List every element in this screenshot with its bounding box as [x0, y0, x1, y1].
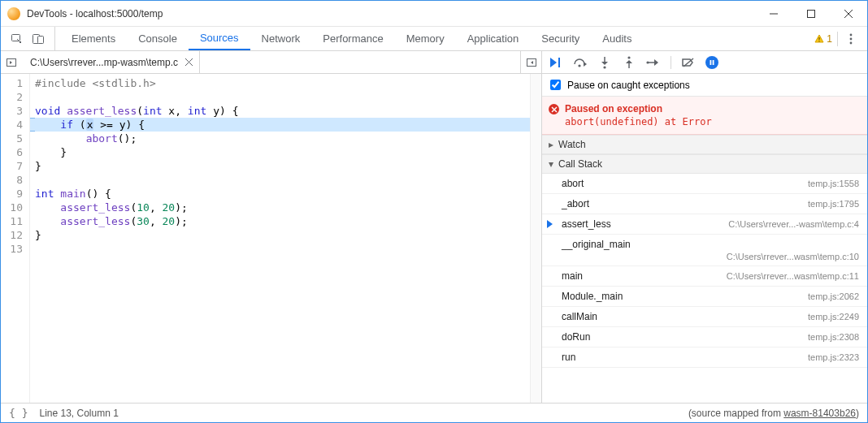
callstack-frame[interactable]: aborttemp.js:1558 [542, 174, 867, 194]
svg-rect-1 [808, 10, 815, 17]
source-map-info: (source mapped from wasm-81403b26) [688, 408, 859, 419]
tab-network[interactable]: Network [250, 27, 312, 50]
toggle-debugger-icon[interactable] [520, 51, 541, 73]
svg-rect-8 [819, 41, 820, 41]
svg-marker-17 [531, 61, 533, 64]
step-button[interactable] [646, 55, 661, 70]
svg-point-10 [850, 37, 853, 40]
frame-function: run [562, 352, 575, 363]
pause-on-exceptions-button[interactable] [705, 56, 718, 69]
tab-sources[interactable]: Sources [189, 27, 250, 50]
close-file-tab-icon[interactable] [183, 57, 194, 68]
frame-location: C:\Users\rrever...-wasm\temp.c:4 [728, 219, 859, 229]
device-toolbar-icon[interactable] [28, 29, 48, 49]
svg-point-30 [646, 61, 649, 63]
svg-rect-7 [819, 37, 820, 40]
callstack-frame[interactable]: runtemp.js:2323 [542, 347, 867, 368]
frame-location: temp.js:2249 [808, 312, 859, 322]
file-tabs-area: C:\Users\rrever...mp-wasm\temp.c [1, 51, 542, 73]
svg-marker-18 [550, 58, 557, 67]
watch-label: Watch [558, 139, 586, 150]
callstack-frame[interactable]: _aborttemp.js:1795 [542, 194, 867, 214]
svg-point-9 [850, 33, 853, 36]
callstack-section-header[interactable]: ▾ Call Stack [542, 154, 867, 174]
pretty-print-icon[interactable]: { } [9, 407, 28, 419]
file-tab-label: C:\Users\rrever...mp-wasm\temp.c [30, 57, 178, 68]
code-editor[interactable]: 12345678910111213 #include <stdlib.h> vo… [1, 74, 541, 403]
more-menu-icon[interactable] [843, 29, 859, 49]
tab-application[interactable]: Application [456, 27, 531, 50]
pause-on-caught-checkbox[interactable] [550, 80, 561, 90]
resume-button[interactable] [549, 55, 563, 70]
tab-console[interactable]: Console [127, 27, 189, 50]
callstack-frame[interactable]: __original_mainC:\Users\rrever...wasm\te… [542, 235, 867, 266]
frame-function: callMain [562, 311, 597, 322]
svg-rect-19 [558, 58, 560, 67]
deactivate-breakpoints-button[interactable] [681, 55, 696, 70]
inspect-element-icon[interactable] [7, 29, 27, 49]
close-button[interactable] [830, 1, 867, 27]
line-gutter: 12345678910111213 [1, 74, 30, 403]
callstack-label: Call Stack [558, 158, 602, 170]
svg-rect-6 [38, 36, 44, 43]
chevron-right-icon: ▸ [547, 139, 555, 150]
tab-security[interactable]: Security [530, 27, 591, 50]
frame-function: abort [562, 178, 584, 189]
callstack-frame[interactable]: callMaintemp.js:2249 [542, 307, 867, 327]
tab-audits[interactable]: Audits [591, 27, 643, 50]
source-pane: 12345678910111213 #include <stdlib.h> vo… [1, 74, 542, 403]
frame-location: C:\Users\rrever...wasm\temp.c:11 [727, 271, 859, 281]
error-icon [549, 104, 559, 114]
cursor-position: Line 13, Column 1 [39, 408, 118, 419]
frame-location: C:\Users\rrever...wasm\temp.c:10 [727, 252, 859, 261]
divider [837, 32, 838, 46]
pause-on-caught-label: Pause on caught exceptions [567, 80, 690, 91]
svg-rect-32 [710, 60, 712, 65]
frame-function: doRun [562, 331, 590, 343]
step-over-button[interactable] [573, 55, 588, 70]
paused-banner: Paused on exception abort(undefined) at … [542, 97, 867, 135]
scrollbar-vertical[interactable] [530, 74, 541, 403]
panel-tabs: ElementsConsoleSourcesNetworkPerformance… [60, 27, 643, 50]
paused-title: Paused on exception [565, 103, 859, 114]
main-split: 12345678910111213 #include <stdlib.h> vo… [1, 74, 867, 403]
svg-point-11 [850, 41, 853, 44]
frame-function: _abort [562, 198, 589, 209]
svg-marker-29 [654, 59, 658, 66]
tab-elements[interactable]: Elements [60, 27, 127, 50]
svg-rect-33 [713, 60, 714, 65]
callstack-frame[interactable]: doRuntemp.js:2308 [542, 327, 867, 347]
status-bar: { } Line 13, Column 1 (source mapped fro… [1, 403, 867, 422]
warnings-count: 1 [827, 33, 832, 45]
file-tab[interactable]: C:\Users\rrever...mp-wasm\temp.c [22, 51, 200, 73]
callstack-frame[interactable]: mainC:\Users\rrever...wasm\temp.c:11 [542, 266, 867, 287]
frame-location: temp.js:2062 [808, 291, 859, 301]
callstack-list: aborttemp.js:1558_aborttemp.js:1795asser… [542, 174, 867, 368]
code-column[interactable]: #include <stdlib.h> void assert_less(int… [30, 74, 530, 403]
maximize-button[interactable] [792, 1, 830, 27]
devtools-tabs-row: ElementsConsoleSourcesNetworkPerformance… [1, 27, 867, 51]
svg-marker-26 [626, 60, 632, 63]
debug-toolbar [542, 51, 867, 73]
source-map-link[interactable]: wasm-81403b26 [783, 408, 856, 419]
svg-marker-23 [601, 62, 608, 65]
frame-location: temp.js:2308 [808, 332, 859, 342]
watch-section-header[interactable]: ▸ Watch [542, 135, 867, 154]
tab-performance[interactable]: Performance [311, 27, 394, 50]
frame-location: temp.js:1558 [808, 179, 859, 188]
callstack-frame[interactable]: Module._maintemp.js:2062 [542, 287, 867, 307]
warnings-badge[interactable]: 1 [814, 33, 832, 45]
file-debug-row: C:\Users\rrever...mp-wasm\temp.c [1, 51, 867, 74]
svg-marker-13 [10, 61, 12, 64]
step-out-button[interactable] [622, 55, 636, 70]
frame-function: assert_less [562, 218, 611, 230]
tab-memory[interactable]: Memory [395, 27, 456, 50]
callstack-frame[interactable]: assert_lessC:\Users\rrever...-wasm\temp.… [542, 214, 867, 235]
frame-function: __original_main [562, 239, 631, 250]
frame-function: main [562, 270, 583, 282]
step-into-button[interactable] [597, 55, 612, 70]
paused-detail: abort(undefined) at Error [565, 116, 859, 127]
minimize-button[interactable] [755, 1, 792, 27]
titlebar: DevTools - localhost:5000/temp [1, 1, 867, 27]
show-navigator-icon[interactable] [1, 51, 22, 74]
